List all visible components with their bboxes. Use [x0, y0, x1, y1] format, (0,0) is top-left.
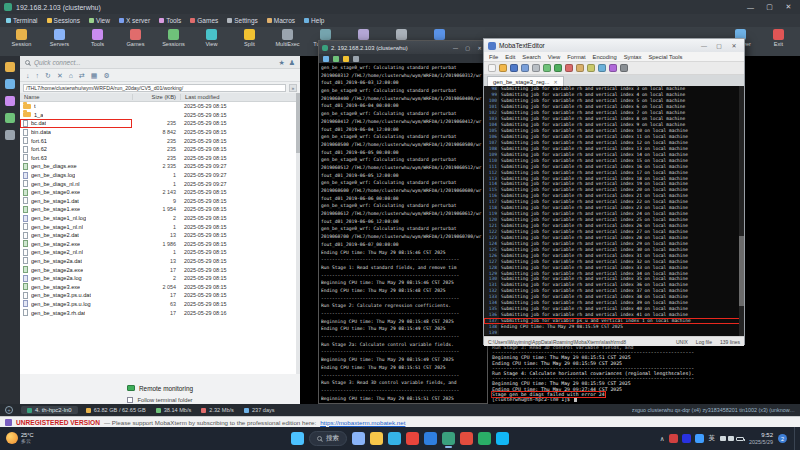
file-row[interactable]: gen_be_stage2a.exe172025-05-29 08:15: [20, 265, 296, 274]
upload-icon[interactable]: ↑: [36, 72, 40, 79]
mobaxterm-icon[interactable]: [442, 432, 455, 445]
macros-panel-icon[interactable]: [5, 96, 15, 106]
cut-icon[interactable]: [565, 64, 573, 72]
task-view-icon[interactable]: [352, 432, 365, 445]
file-explorer-icon[interactable]: [370, 432, 383, 445]
servers-button[interactable]: Servers: [42, 29, 77, 47]
wrap-icon[interactable]: [620, 64, 628, 72]
weather-widget[interactable]: 25°C 多云: [0, 432, 40, 444]
multiexec-button[interactable]: MultiExec: [270, 29, 305, 47]
terminal2-maximize-button[interactable]: ▢: [463, 45, 472, 51]
store-icon[interactable]: [424, 432, 437, 445]
menu-tools[interactable]: Tools: [159, 17, 181, 24]
file-row[interactable]: fort.622352025-05-29 08:15: [20, 145, 296, 154]
games-button[interactable]: Games: [118, 29, 153, 47]
menu-x-server[interactable]: X server: [119, 17, 150, 24]
file-row[interactable]: gen_be_stage2.dat132025-05-29 08:15: [20, 231, 296, 240]
close-button[interactable]: ✕: [781, 3, 796, 11]
terminal2-minimize-button[interactable]: —: [451, 45, 460, 51]
menu-macros[interactable]: Macros: [267, 17, 295, 24]
menu-help[interactable]: Help: [304, 17, 324, 24]
new-session-icon[interactable]: [323, 56, 329, 62]
go-path-icon[interactable]: »: [289, 84, 297, 92]
paste-icon[interactable]: [587, 64, 595, 72]
tools-panel-icon[interactable]: [5, 113, 15, 123]
file-row[interactable]: gen_be_stage3.ps.u.dat172025-05-29 08:15: [20, 291, 296, 300]
system-tray-icons[interactable]: [720, 436, 744, 441]
menu-settings[interactable]: Settings: [227, 17, 258, 24]
file-row[interactable]: 1_a2025-05-29 08:15: [20, 111, 296, 120]
download-icon[interactable]: ↓: [26, 72, 30, 79]
ssh-tab-icon[interactable]: [333, 56, 339, 62]
baidu-icon[interactable]: [682, 434, 691, 443]
register-link[interactable]: https://mobaxterm.mobatek.net: [320, 419, 405, 426]
list-view-icon[interactable]: ▦: [91, 72, 98, 79]
editor-menu-syntax[interactable]: Syntax: [624, 54, 642, 60]
follow-terminal-folder[interactable]: Follow terminal folder: [20, 396, 300, 404]
editor-menu-edit[interactable]: Edit: [505, 54, 515, 60]
editor-scrollbar[interactable]: [739, 86, 744, 336]
quick-connect-input[interactable]: Quick connect...: [34, 59, 81, 66]
minimize-button[interactable]: —: [743, 4, 758, 11]
mobatexteditor-window[interactable]: MobaTextEditor — ▢ ✕ FileEditSearchViewF…: [483, 38, 745, 345]
file-row[interactable]: fort.632352025-05-29 08:15: [20, 154, 296, 163]
show-desktop-button[interactable]: [794, 427, 796, 450]
remote-monitoring-button[interactable]: Remote monitoring: [20, 382, 300, 394]
editor-menu-view[interactable]: View: [548, 54, 560, 60]
sessions-button[interactable]: Sessions: [156, 29, 191, 47]
notification-badge[interactable]: 2: [778, 434, 787, 443]
editor-minimize-button[interactable]: —: [698, 43, 710, 49]
editor-menu-search[interactable]: Search: [522, 54, 540, 60]
maximize-button[interactable]: ▢: [762, 3, 777, 11]
youdao-icon[interactable]: [669, 434, 678, 443]
editor-body[interactable]: 98Submitting job for variable rh and ver…: [484, 86, 744, 336]
wechat-icon[interactable]: [478, 432, 491, 445]
file-row[interactable]: bc.dat2352025-05-29 08:15: [20, 119, 296, 128]
editor-menu-format[interactable]: Format: [567, 54, 585, 60]
file-row[interactable]: gen_be_diags.exe2 3352025-05-29 09:27: [20, 162, 296, 171]
split-button[interactable]: Split: [232, 29, 267, 47]
open-file-icon[interactable]: [499, 64, 507, 72]
sftp-settings-icon[interactable]: ⚙: [103, 72, 109, 79]
edge-icon[interactable]: [388, 432, 401, 445]
taskbar-clock[interactable]: 9:52 2025/5/29: [749, 432, 773, 446]
editor-maximize-button[interactable]: ▢: [713, 42, 725, 49]
save-all-icon[interactable]: [521, 64, 529, 72]
syntax-icon[interactable]: [609, 64, 617, 72]
netdisk-icon[interactable]: [695, 434, 704, 443]
copy-icon[interactable]: [576, 64, 584, 72]
save-icon[interactable]: [510, 64, 518, 72]
menu-sessions[interactable]: Sessions: [47, 17, 80, 24]
profile-panel-icon[interactable]: [5, 130, 15, 140]
delete-icon[interactable]: ✕: [57, 72, 63, 79]
star-icon[interactable]: ★: [278, 59, 284, 66]
new-tab-icon[interactable]: +: [5, 406, 13, 414]
folder-sync-icon[interactable]: ⇄: [79, 72, 85, 79]
exit-button[interactable]: Exit: [761, 29, 796, 47]
quick-connect[interactable]: Quick connect... ★ ♟: [20, 56, 300, 69]
editor-menu-encoding[interactable]: Encoding: [593, 54, 617, 60]
column-size[interactable]: Size (KB): [132, 94, 180, 100]
file-row[interactable]: gen_be_stage3.exe2 0542025-05-29 08:15: [20, 282, 296, 291]
file-row[interactable]: gen_be_stage2a.log22025-05-29 08:15: [20, 274, 296, 283]
menu-view[interactable]: View: [89, 17, 110, 24]
home-icon[interactable]: ⌂: [69, 72, 73, 79]
editor-menu-file[interactable]: File: [489, 54, 498, 60]
split-view-icon[interactable]: [343, 56, 349, 62]
menu-terminal[interactable]: Terminal: [6, 17, 38, 24]
sessions-panel-icon[interactable]: [5, 62, 15, 72]
file-row[interactable]: gen_be_stage2a.dat132025-05-29 08:15: [20, 257, 296, 266]
find-icon[interactable]: [598, 64, 606, 72]
file-row[interactable]: gen_be_diags.log12025-05-29 09:27: [20, 171, 296, 180]
file-row[interactable]: t2025-05-29 08:15: [20, 102, 296, 111]
menu-games[interactable]: Games: [190, 17, 218, 24]
path-input[interactable]: /THL7/home/clusterwhu/wym/WRFDA/run_20da…: [23, 84, 286, 92]
undo-icon[interactable]: [543, 64, 551, 72]
wps-icon[interactable]: [460, 432, 473, 445]
file-row[interactable]: gen_be_stage1_nl.nl12025-05-29 08:15: [20, 222, 296, 231]
refresh-icon[interactable]: ↻: [45, 72, 51, 79]
file-row[interactable]: gen_be_stage1.dat92025-05-29 08:15: [20, 197, 296, 206]
file-row[interactable]: gen_be_diags_nl.nl12025-05-29 09:27: [20, 179, 296, 188]
follow-checkbox[interactable]: [127, 397, 133, 403]
editor-tab[interactable]: gen_be_stage3_reg... ✕: [487, 76, 564, 86]
